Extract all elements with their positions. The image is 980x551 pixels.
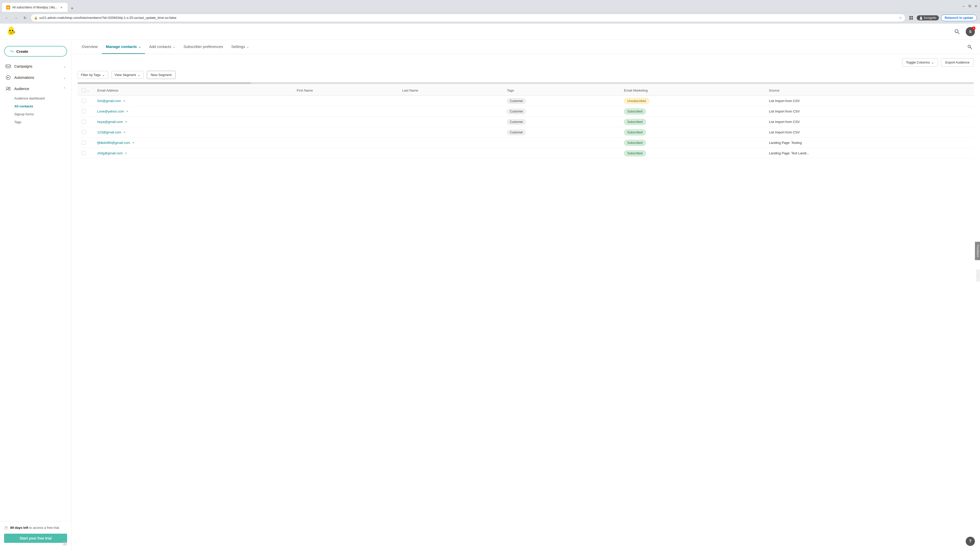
settings-chevron: ⌄ — [247, 45, 249, 48]
row-checkbox[interactable] — [82, 99, 86, 103]
row-checkbox-cell[interactable] — [78, 148, 93, 159]
extensions-button[interactable] — [907, 14, 915, 21]
export-audience-button[interactable]: Export Audience — [941, 58, 974, 67]
sidebar-item-audience-dashboard[interactable]: Audience dashboard — [0, 94, 71, 102]
status-badge: Subscribed — [624, 108, 646, 114]
email-value[interactable]: 123@gmail.com — [97, 130, 121, 134]
email-marketing-column-header[interactable]: Email Marketing — [620, 85, 765, 96]
status-badge: Subscribed — [624, 140, 646, 146]
row-checkbox-cell[interactable] — [78, 106, 93, 117]
sidebar-navigation: Campaigns ⌄ Automations ⌄ — [0, 61, 71, 521]
sidebar-item-signup-forms[interactable]: Signup forms — [0, 110, 71, 118]
incognito-badge: Incognito — [917, 15, 939, 21]
first-name-column-header[interactable]: First Name — [293, 85, 398, 96]
add-contacts-label: Add contacts — [149, 44, 171, 49]
row-checkbox[interactable] — [82, 151, 86, 155]
svg-point-11 — [12, 30, 13, 32]
view-segment-button[interactable]: View Segment ⌄ — [111, 71, 144, 79]
row-checkbox-cell[interactable] — [78, 96, 93, 106]
source-column-header[interactable]: Source — [765, 85, 974, 96]
sidebar-item-tags[interactable]: Tags — [0, 118, 71, 126]
sidebar-item-all-contacts[interactable]: All contacts — [0, 102, 71, 110]
feedback-tab[interactable]: Feedback — [975, 242, 980, 260]
maximize-button[interactable]: ⧉ — [968, 4, 972, 8]
email-value[interactable]: zfxfg@gmail.com — [97, 151, 123, 155]
subnav-settings[interactable]: Settings ⌄ — [227, 40, 253, 54]
source-cell: Landing Page: Test Landi... — [765, 148, 974, 159]
row-expand-chevron[interactable]: ► — [132, 141, 135, 144]
right-panel-handle[interactable]: ‹ — [977, 269, 980, 282]
sidebar: Create Campaigns ⌄ — [0, 40, 72, 551]
filter-by-tags-button[interactable]: Filter by Tags ⌄ — [78, 71, 108, 79]
row-checkbox-cell[interactable] — [78, 138, 93, 148]
row-checkbox[interactable] — [82, 120, 86, 124]
row-checkbox[interactable] — [82, 130, 86, 134]
create-button[interactable]: Create — [4, 46, 67, 57]
row-checkbox[interactable] — [82, 141, 86, 144]
subnav-overview[interactable]: Overview — [78, 40, 102, 54]
sidebar-item-campaigns[interactable]: Campaigns ⌄ — [0, 61, 71, 72]
first-name-cell — [293, 148, 398, 159]
last-name-cell — [398, 117, 503, 127]
tag-badge[interactable]: Customer — [507, 98, 526, 104]
tag-badge[interactable]: Customer — [507, 119, 526, 125]
table-row[interactable]: 123@gmail.com ► Customer Subscribed List… — [78, 127, 974, 138]
subnav-subscriber-preferences[interactable]: Subscriber preferences — [180, 40, 227, 54]
select-all-checkbox[interactable] — [82, 88, 86, 92]
row-expand-chevron[interactable]: ► — [125, 120, 128, 124]
address-bar[interactable]: 🔒 us21.admin.mailchimp.com/lists/members… — [30, 14, 905, 22]
row-checkbox[interactable] — [82, 109, 86, 113]
relaunch-button[interactable]: Relaunch to update — [941, 14, 977, 21]
avatar[interactable]: S 1 — [966, 27, 975, 36]
forward-button[interactable]: → — [12, 14, 19, 21]
bookmark-icon[interactable]: ☆ — [899, 16, 902, 20]
close-tab-button[interactable]: ✕ — [59, 5, 64, 10]
table-header: ⌄ Email Address First Name Last Name — [78, 85, 974, 96]
sidebar-resize-handle[interactable] — [62, 541, 67, 547]
trial-days-left: 89 days left — [10, 526, 28, 530]
table-row[interactable]: zfxfg@gmail.com ► Subscribed Landing Pag… — [78, 148, 974, 159]
tag-badge[interactable]: Customer — [507, 109, 526, 114]
email-value[interactable]: fjfdbdvf85@gmail.com — [97, 141, 130, 144]
mailchimp-logo[interactable] — [5, 25, 18, 38]
new-tab-button[interactable]: + — [68, 5, 76, 12]
close-window-button[interactable]: ✕ — [974, 4, 978, 8]
svg-point-17 — [6, 87, 8, 89]
row-checkbox-cell[interactable] — [78, 117, 93, 127]
select-all-column[interactable]: ⌄ — [78, 85, 93, 96]
row-expand-chevron[interactable]: ► — [123, 99, 126, 103]
email-value[interactable]: Love@yahoo.com — [97, 110, 124, 113]
table-row[interactable]: fjfdbdvf85@gmail.com ► Subscribed Landin… — [78, 138, 974, 148]
start-trial-button[interactable]: Start your free trial — [4, 534, 67, 543]
reload-button[interactable]: ↻ — [21, 14, 29, 21]
tag-badge[interactable]: Customer — [507, 130, 526, 135]
table-row[interactable]: Love@yahoo.com ► Customer Subscribed Lis… — [78, 106, 974, 117]
global-search-button[interactable] — [953, 27, 962, 36]
active-tab[interactable]: M All subscribers of Moodjoy | Ma... ✕ — [2, 3, 68, 12]
row-expand-chevron[interactable]: ► — [123, 130, 126, 134]
horizontal-scrollbar[interactable] — [78, 82, 974, 84]
table-row[interactable]: Girl@gmail.com ► Customer Unsubscribed L… — [78, 96, 974, 106]
subnav-search-button[interactable] — [966, 43, 974, 51]
subnav-manage-contacts[interactable]: Manage contacts ⌄ — [102, 40, 145, 54]
last-name-column-header[interactable]: Last Name — [398, 85, 503, 96]
new-segment-button[interactable]: New Segment — [147, 71, 176, 79]
row-expand-chevron[interactable]: ► — [126, 110, 129, 113]
toggle-columns-button[interactable]: Toggle Columns ⌄ — [902, 58, 938, 67]
sidebar-item-audience[interactable]: Audience ⌃ — [0, 83, 71, 94]
minimize-button[interactable]: ─ — [962, 4, 966, 8]
sidebar-item-automations[interactable]: Automations ⌄ — [0, 72, 71, 83]
horizontal-scroll-thumb[interactable] — [78, 82, 251, 84]
help-button[interactable]: ? — [966, 537, 975, 546]
email-value[interactable]: Girl@gmail.com — [97, 99, 121, 103]
table-row[interactable]: heya@gmail.com ► Customer Subscribed Lis… — [78, 117, 974, 127]
subnav-add-contacts[interactable]: Add contacts ⌄ — [145, 40, 180, 54]
campaigns-icon — [5, 63, 11, 69]
filter-tags-chevron: ⌄ — [102, 73, 105, 77]
email-value[interactable]: heya@gmail.com — [97, 120, 123, 124]
tags-column-header[interactable]: Tags — [503, 85, 620, 96]
row-checkbox-cell[interactable] — [78, 127, 93, 138]
back-button[interactable]: ← — [3, 14, 10, 21]
email-column-header[interactable]: Email Address — [93, 85, 293, 96]
row-expand-chevron[interactable]: ► — [125, 151, 128, 155]
